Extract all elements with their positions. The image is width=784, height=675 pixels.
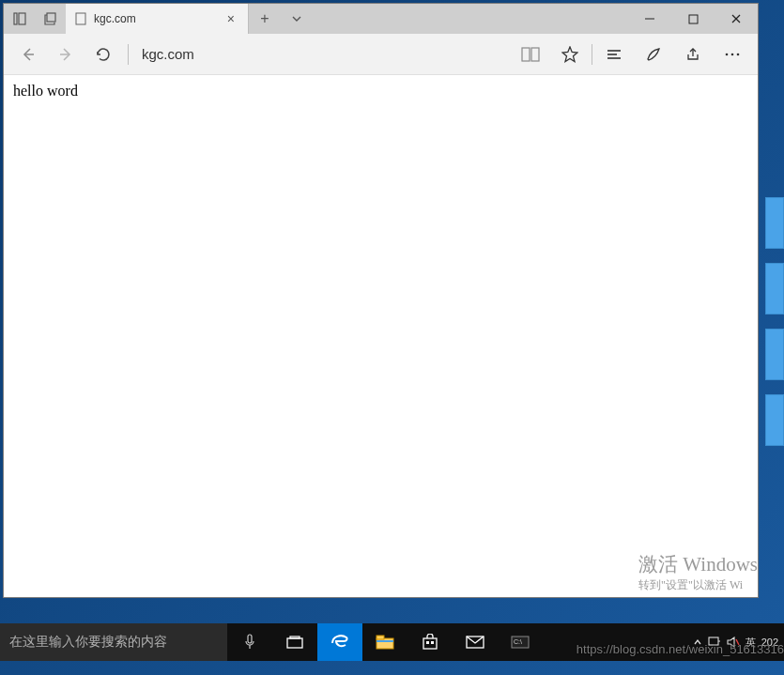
new-tab-button[interactable]: + [249,4,281,34]
hub-icon[interactable] [594,34,634,75]
tab-title: kgc.com [94,12,136,25]
svg-rect-28 [426,641,429,644]
separator [128,44,129,65]
address-bar[interactable] [136,42,511,66]
svg-point-17 [726,53,729,55]
share-icon[interactable] [673,34,713,75]
back-button[interactable] [9,34,47,75]
reading-view-icon[interactable] [511,34,550,75]
close-button[interactable] [715,4,758,34]
svg-rect-20 [248,635,252,643]
search-placeholder: 在这里输入你要搜索的内容 [9,634,167,651]
tabs-aside-icon[interactable] [4,12,35,25]
separator [592,44,592,65]
page-content: hello word 激活 Windows 转到"设置"以激活 Wi [4,75,758,597]
tab-close-icon[interactable]: × [223,11,238,26]
svg-rect-22 [287,638,302,648]
desktop-accent [765,263,784,314]
svg-rect-3 [76,13,85,24]
nav-bar [4,34,758,75]
nav-right [511,34,752,75]
svg-rect-26 [377,640,393,642]
maximize-button[interactable] [671,4,715,34]
svg-rect-23 [290,637,300,638]
minimize-button[interactable] [628,4,671,34]
refresh-button[interactable] [85,34,122,75]
svg-point-19 [737,53,740,55]
tab-actions-icon[interactable] [281,4,313,34]
svg-rect-27 [423,638,437,649]
favorite-icon[interactable] [550,34,590,75]
desktop: kgc.com × + [0,0,784,675]
svg-rect-5 [689,15,698,23]
svg-rect-1 [19,13,25,24]
svg-rect-2 [47,13,55,22]
source-watermark: https://blog.csdn.net/weixin_51613316 [576,642,784,656]
svg-rect-25 [377,636,384,639]
browser-tab[interactable]: kgc.com × [66,4,249,34]
forward-button[interactable] [47,34,85,75]
taskbar-search[interactable]: 在这里输入你要搜索的内容 [0,623,227,661]
svg-point-18 [731,53,734,55]
svg-text:C:\: C:\ [514,638,522,645]
activate-title: 激活 Windows [638,551,758,577]
more-icon[interactable] [713,34,752,75]
svg-rect-24 [377,638,393,649]
task-view-icon[interactable] [272,623,317,661]
browser-window: kgc.com × + [3,3,759,598]
activate-windows-watermark: 激活 Windows 转到"设置"以激活 Wi [638,551,758,593]
page-icon [75,12,86,25]
taskbar-mail-icon[interactable] [453,623,498,661]
svg-rect-11 [531,48,539,61]
desktop-accent [765,329,784,380]
title-bar: kgc.com × + [4,4,758,34]
svg-rect-29 [431,641,434,644]
svg-rect-10 [522,48,530,61]
cortana-mic-icon[interactable] [227,623,272,661]
taskbar-edge-icon[interactable] [317,623,362,661]
activate-subtitle: 转到"设置"以激活 Wi [638,577,758,593]
notes-icon[interactable] [634,34,673,75]
tab-preview-icon[interactable] [35,12,66,25]
title-bar-left [4,4,66,34]
svg-marker-12 [562,47,577,62]
taskbar-store-icon[interactable] [407,623,453,661]
desktop-accent [765,197,784,249]
page-body-text: hello word [13,83,78,99]
svg-rect-0 [14,13,17,24]
desktop-accent [765,394,784,446]
taskbar-explorer-icon[interactable] [362,623,407,661]
taskbar-terminal-icon[interactable]: C:\ [498,623,543,661]
